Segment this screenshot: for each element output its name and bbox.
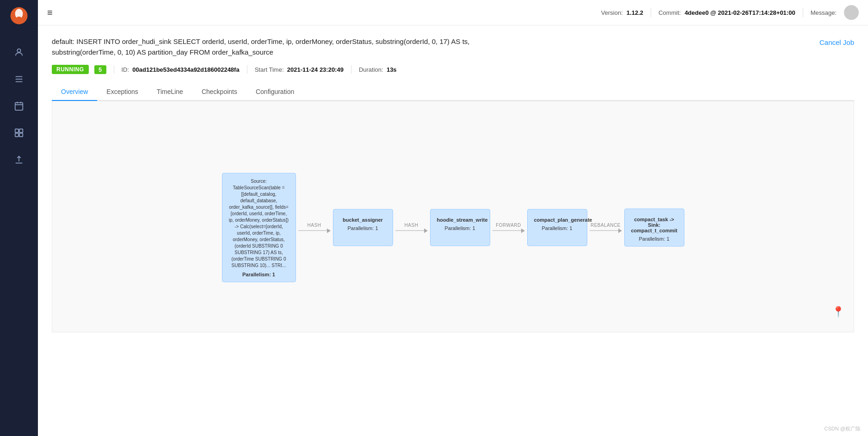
tab-configuration[interactable]: Configuration [246, 83, 303, 101]
topbar-info: Version: 1.12.2 Commit: 4dedee0 @ 2021-0… [601, 5, 859, 20]
topbar: ≡ Version: 1.12.2 Commit: 4dedee0 @ 2021… [38, 0, 868, 25]
arrow-head-2 [424, 228, 428, 233]
logo [8, 5, 30, 27]
arrow-line-body-4 [590, 230, 618, 231]
arrow-label-1: HASH [308, 222, 321, 227]
source-parallelism: Parallelism: 1 [229, 272, 289, 277]
message-label: Message: [811, 9, 837, 16]
duration-label: Duration: 13s [359, 66, 397, 73]
arrow-head-1 [327, 228, 331, 233]
svg-rect-11 [15, 129, 18, 132]
svg-rect-14 [19, 133, 23, 137]
content: Cancel Job default: INSERT INTO order_hu… [38, 25, 868, 436]
status-badge: RUNNING [52, 65, 89, 74]
arrow-head-4 [618, 228, 622, 233]
sidebar-item-calendar[interactable] [7, 94, 31, 118]
flow-node-bucket-assigner[interactable]: bucket_assigner Parallelism: 1 [333, 209, 393, 246]
arrow-label-2: HASH [405, 222, 419, 227]
flow-arrow-3: FORWARD [490, 222, 527, 233]
job-meta: RUNNING 5 ID: 00ad121be53ed4334a92d18600… [52, 65, 854, 74]
sidebar-item-dashboard[interactable] [7, 121, 31, 144]
arrow-line-3 [492, 228, 525, 233]
job-title-line1: default: INSERT INTO order_hudi_sink SEL… [52, 37, 469, 45]
main-area: ≡ Version: 1.12.2 Commit: 4dedee0 @ 2021… [38, 0, 868, 436]
bucket-assigner-parallelism: Parallelism: 1 [340, 225, 386, 231]
flow-node-compact-task[interactable]: compact_task -> Sink: compact_t_commit P… [624, 209, 684, 247]
svg-rect-7 [15, 103, 23, 111]
meta-sep-2 [247, 65, 247, 74]
diagram-area: Source: TableSourceScan(table =[[default… [52, 101, 854, 332]
svg-point-3 [17, 49, 20, 52]
tab-overview[interactable]: Overview [52, 83, 97, 101]
watermark: CSDN @权广陈 [825, 425, 861, 432]
menu-icon[interactable]: ≡ [47, 7, 53, 18]
tab-timeline[interactable]: TimeLine [148, 83, 192, 101]
flow-arrow-4: REBALANCE [587, 222, 624, 233]
svg-point-2 [16, 17, 22, 20]
tabs: Overview Exceptions TimeLine Checkpoints… [52, 83, 854, 101]
job-title: default: INSERT INTO order_hudi_sink SEL… [52, 37, 607, 57]
flow-container: Source: TableSourceScan(table =[[default… [222, 173, 684, 282]
topbar-divider-2 [803, 8, 803, 17]
sidebar-nav [0, 41, 38, 179]
count-badge: 5 [94, 65, 106, 74]
svg-rect-13 [15, 133, 18, 137]
meta-sep-1 [114, 65, 114, 74]
meta-sep-3 [351, 65, 351, 74]
job-title-line2: substring(orderTime, 0, 10) AS partition… [52, 48, 273, 56]
avatar [844, 5, 859, 20]
sidebar-item-list[interactable] [7, 68, 31, 91]
pin-icon: 📍 [832, 306, 844, 318]
arrow-label-3: FORWARD [496, 222, 521, 227]
bucket-assigner-title: bucket_assigner [340, 217, 386, 223]
hoodie-stream-write-title: hoodie_stream_write [437, 217, 483, 223]
arrow-label-4: REBALANCE [591, 222, 621, 227]
job-id-label: ID: 00ad121be53ed4334a92d186002248fa [122, 66, 240, 73]
flow-node-compact-plan-generate[interactable]: compact_plan_generate Parallelism: 1 [527, 209, 587, 246]
arrow-line-1 [298, 228, 331, 233]
sidebar-item-overview[interactable] [7, 41, 31, 64]
version-label: Version: [601, 9, 623, 16]
sidebar [0, 0, 38, 436]
arrow-head-3 [521, 228, 525, 233]
compact-plan-generate-title: compact_plan_generate [534, 217, 580, 223]
source-text: Source: TableSourceScan(table =[[default… [229, 178, 289, 269]
arrow-line-body-1 [298, 230, 327, 231]
start-time-label: Start Time: 2021-11-24 23:20:49 [255, 66, 344, 73]
commit-value: 4dedee0 @ 2021-02-26T17:14:28+01:00 [684, 9, 795, 16]
cancel-job-button[interactable]: Cancel Job [819, 38, 854, 46]
arrow-line-body-3 [492, 230, 521, 231]
compact-plan-generate-parallelism: Parallelism: 1 [534, 225, 580, 231]
arrow-line-4 [590, 228, 622, 233]
sidebar-item-upload[interactable] [7, 148, 31, 171]
flow-arrow-2: HASH [393, 222, 430, 233]
topbar-divider-1 [651, 8, 651, 17]
tab-exceptions[interactable]: Exceptions [97, 83, 147, 101]
commit-label: Commit: [659, 9, 681, 16]
flow-node-hoodie-stream-write[interactable]: hoodie_stream_write Parallelism: 1 [430, 209, 490, 246]
version-value: 1.12.2 [627, 9, 643, 16]
arrow-line-2 [395, 228, 428, 233]
flow-node-source[interactable]: Source: TableSourceScan(table =[[default… [222, 173, 296, 282]
flow-arrow-1: HASH [296, 222, 333, 233]
compact-task-parallelism: Parallelism: 1 [631, 236, 677, 242]
hoodie-stream-write-parallelism: Parallelism: 1 [437, 225, 483, 231]
arrow-line-body-2 [395, 230, 424, 231]
svg-rect-12 [19, 129, 23, 132]
tab-checkpoints[interactable]: Checkpoints [192, 83, 246, 101]
compact-task-title: compact_task -> Sink: compact_t_commit [631, 217, 677, 233]
